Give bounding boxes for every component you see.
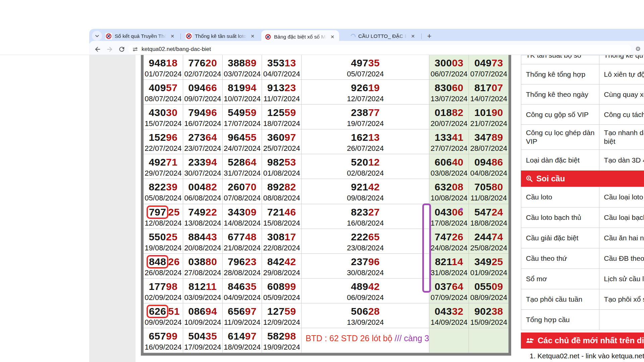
sidebar-menu-item[interactable]: Cầu ăn hai nh xyxy=(599,228,644,248)
sidebar-menu-item[interactable]: Cầu ĐB theo xyxy=(599,248,644,268)
result-date: 05/09/2024 xyxy=(262,293,301,302)
sidebar-menu-item[interactable]: Tạo phôi cầu tuần xyxy=(521,289,599,309)
soi-cau-menu: Cầu lotoCầu loại lotoCầu loto bạch thủCầ… xyxy=(521,187,644,330)
result-cell: 5043517/09/2024 xyxy=(183,328,223,353)
number-suffix: 12 xyxy=(368,157,380,168)
forum-first-topic-link[interactable]: 1. Ketqua02.net - link vào ketqua.net xyxy=(521,349,644,360)
sidebar-menu-item[interactable]: Cầu giải đặc biệt xyxy=(521,228,599,248)
number-suffix: 99 xyxy=(166,330,177,342)
result-cell: 9481801/07/2024 xyxy=(144,55,183,80)
tab-thong-ke-tan-suat[interactable]: Thống kê tần suất loto Truyền T ✕ xyxy=(182,30,259,42)
sidebar-menu-item[interactable]: Cầu loto xyxy=(521,187,599,207)
number-suffix: 26 xyxy=(168,256,179,267)
number-suffix: 23 xyxy=(245,256,257,267)
tab-cau-lotto[interactable]: CẦU LOTTO_ ĐẶC BIỆT 2D 3D 4 ✕ xyxy=(347,30,420,42)
result-date: 19/07/2024 xyxy=(302,119,429,128)
forward-icon[interactable] xyxy=(106,46,113,53)
sidebar-menu-item[interactable]: Công cụ gộp số VIP xyxy=(521,105,599,124)
tab-close-icon[interactable]: ✕ xyxy=(410,33,416,40)
sidebar-menu-item[interactable]: Cùng quay xổ xyxy=(599,84,644,104)
number-prefix: 549 xyxy=(228,107,245,118)
screen: Sổ kết quả Truyền Thống - Tổn ✕ Thống kê… xyxy=(0,0,644,362)
sidebar-menu-item[interactable]: Lô xiên tự độ xyxy=(599,64,644,84)
tab-so-ket-qua[interactable]: Sổ kết quả Truyền Thống - Tổn ✕ xyxy=(102,30,179,42)
result-date: 19/09/2024 xyxy=(262,343,301,352)
number-prefix: 822 xyxy=(149,181,166,192)
result-cell: 3609725/07/2024 xyxy=(262,129,302,154)
result-date: 04/09/2024 xyxy=(223,293,262,302)
number-prefix: 133 xyxy=(435,132,452,143)
sidebar-menu-item[interactable]: Loại dàn đặc biệt xyxy=(521,150,599,170)
number-suffix: 94 xyxy=(206,306,217,317)
number-prefix: 926 xyxy=(351,82,368,93)
number-suffix: 73 xyxy=(492,57,503,68)
result-date: 14/08/2024 xyxy=(223,219,262,228)
result-cell: 0430617/08/2024 xyxy=(429,204,469,229)
sidebar-menu-item[interactable]: Công cụ lọc ghép dàn VIP xyxy=(521,125,599,149)
sidebar-menu-item[interactable]: Tạo dàn 3D 4 xyxy=(599,150,644,170)
result-date: 12/08/2024 xyxy=(144,219,183,228)
result-cell: 9214209/08/2024 xyxy=(302,179,429,204)
number-prefix: 162 xyxy=(351,132,368,143)
sidebar-menu-item[interactable]: TK tần suất bộ số xyxy=(521,55,599,64)
sidebar-menu-item[interactable]: Cầu loto bạch thủ xyxy=(521,207,599,228)
sidebar-menu-item[interactable]: Công cụ tách xyxy=(599,105,644,124)
sidebar-menu-item[interactable]: Cầu loại bạch xyxy=(599,207,644,228)
result-date: 22/07/2024 xyxy=(144,144,183,153)
new-tab-button[interactable]: + xyxy=(425,32,434,41)
site-settings-tune-icon[interactable] xyxy=(132,46,138,52)
sidebar-menu-item[interactable]: Tạo phôi xổ s xyxy=(599,289,644,309)
number-prefix: 086 xyxy=(188,306,206,317)
result-date: 08/09/2024 xyxy=(469,293,508,302)
tab-close-icon[interactable]: ✕ xyxy=(249,33,256,40)
result-cell: BTD : 62 STD 26 lót bộ /// càng 3 xyxy=(302,328,429,353)
tab-separator xyxy=(180,34,181,39)
result-date: 26/07/2024 xyxy=(302,144,429,153)
number-prefix: 582 xyxy=(267,330,285,342)
number-prefix: 550 xyxy=(149,231,166,242)
sidebar-menu-item[interactable]: Thống kê qu xyxy=(599,55,644,64)
number-prefix: 127 xyxy=(267,306,285,317)
number-suffix: 32 xyxy=(452,306,463,317)
sidebar-menu-item[interactable]: Lịch sử cầu l xyxy=(599,269,644,289)
number-suffix: 82 xyxy=(284,181,296,192)
result-cell: 6265109/09/2024 xyxy=(144,303,183,328)
result-cell: 6579916/09/2024 xyxy=(144,328,183,353)
result-date: 26/08/2024 xyxy=(144,268,183,278)
result-cell: 1255918/07/2024 xyxy=(262,105,302,129)
browser-settings-gear-icon[interactable]: ⚙ xyxy=(635,45,641,53)
tab-close-icon[interactable]: ✕ xyxy=(329,34,336,40)
result-cell: 0550908/09/2024 xyxy=(469,279,508,303)
number-suffix: 89 xyxy=(492,132,503,143)
tab-search-button[interactable] xyxy=(92,31,102,41)
number-prefix: 705 xyxy=(474,181,492,192)
sidebar-menu-item[interactable]: Tạo nhanh dà biệt xyxy=(599,125,644,149)
number-suffix: 35 xyxy=(368,57,380,68)
result-date: 29/07/2024 xyxy=(144,169,183,178)
result-cell: 8121103/09/2024 xyxy=(183,279,223,303)
result-date: 03/08/2024 xyxy=(429,169,469,178)
sidebar-menu-item[interactable]: Tổng hợp cầu xyxy=(521,310,599,330)
back-icon[interactable] xyxy=(94,46,101,53)
url-bar[interactable]: ketqua02.net/bang-dac-biet xyxy=(128,45,631,54)
sidebar-menu-item[interactable]: Sổ mơ xyxy=(521,269,599,289)
result-cell: 1334127/07/2024 xyxy=(429,129,469,154)
number-prefix: 038 xyxy=(188,256,206,267)
result-cell: 7058011/08/2024 xyxy=(469,179,508,204)
result-date: 02/09/2024 xyxy=(144,293,183,302)
right-sidebar: TK tần suất bộ sốThống kê quThống kê tổn… xyxy=(521,55,644,362)
number-prefix: 823 xyxy=(351,206,368,218)
tab-close-icon[interactable]: ✕ xyxy=(169,33,176,40)
sidebar-menu-item[interactable]: Thống kê tổng hợp xyxy=(521,64,599,84)
result-date: 07/07/2024 xyxy=(469,69,508,79)
sidebar-menu-item[interactable]: Cầu loại loto xyxy=(599,187,644,207)
reload-icon[interactable] xyxy=(118,46,125,53)
purple-dot-annotation xyxy=(460,208,463,211)
lottery-site-favicon-icon xyxy=(265,34,271,40)
result-cell: 8199410/07/2024 xyxy=(223,80,262,105)
sidebar-menu-item[interactable]: Thống kê theo ngày xyxy=(521,84,599,104)
result-cell: 6569711/09/2024 xyxy=(223,303,262,328)
sidebar-menu-item[interactable]: Cầu theo thứ xyxy=(521,248,599,268)
number-prefix: 982 xyxy=(267,157,285,168)
number-prefix: 055 xyxy=(474,281,492,292)
